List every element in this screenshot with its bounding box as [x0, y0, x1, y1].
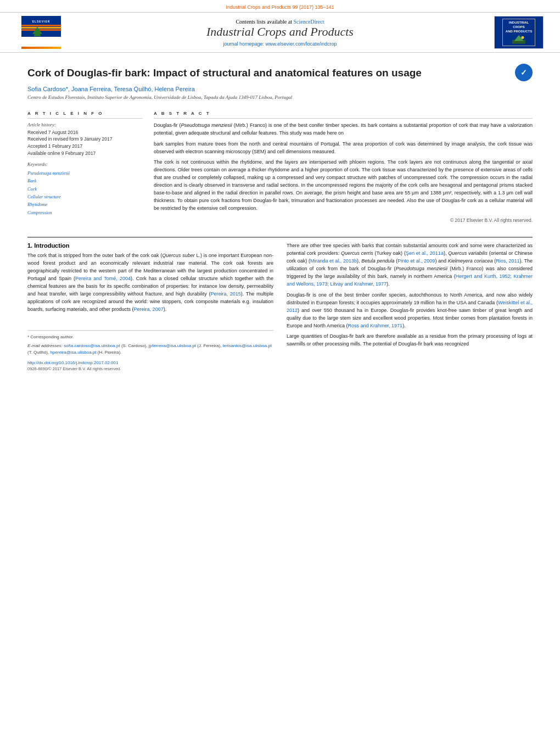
abstract-label: A B S T R A C T: [154, 111, 533, 119]
ref-weiskittel[interactable]: Weiskittel et al., 2012: [287, 300, 533, 313]
header-center: Contents lists available at ScienceDirec…: [66, 19, 494, 47]
elsevier-logo-svg: ELSEVIER: [21, 16, 61, 46]
header-banner: ELSEVIER Contents lists available at Sci…: [0, 12, 560, 53]
svg-rect-4: [21, 29, 61, 31]
logo-graphic: [511, 35, 527, 44]
keyword-6: Compression: [27, 209, 143, 216]
two-column-layout: A R T I C L E I N F O Article history: R…: [27, 111, 533, 224]
journal-logo-right: INDUSTRIAL CROPS AND PRODUCTS: [494, 16, 544, 49]
body-right-col: There are other tree species with barks …: [287, 242, 533, 371]
svg-text:✓: ✓: [520, 68, 527, 77]
abstract-text: Douglas-fir (Pseudotsuga menziesii (Mirb…: [154, 122, 533, 224]
elsevier-logo: ELSEVIER: [16, 16, 66, 49]
email-ferreira[interactable]: jpferreira@isa.ulisboa.pt: [149, 343, 196, 348]
intro-heading: 1. Introduction: [27, 242, 273, 249]
article-content: Cork of Douglas-fir bark: Impact of stru…: [0, 53, 560, 232]
abstract-para-3: The cork is not continuous within the rh…: [154, 159, 533, 213]
ref-ross-krahmer[interactable]: Ross and Krahmer, 1971: [348, 323, 403, 328]
right-para-2: Douglas-fir is one of the best timber co…: [287, 292, 533, 330]
crossmark-icon[interactable]: ✓: [515, 64, 533, 81]
ref-pereira-tome[interactable]: Pereira and Tomé, 2004: [75, 276, 131, 281]
abstract-col: A B S T R A C T Douglas-fir (Pseudotsuga…: [154, 111, 533, 224]
two-col-body: 1. Introduction The cork that is strippe…: [27, 242, 533, 371]
ref-rios-2011[interactable]: Rios, 2011: [496, 258, 519, 264]
article-info-col: A R T I C L E I N F O Article history: R…: [27, 111, 143, 224]
keyword-2: Bark: [27, 177, 143, 185]
doi-link[interactable]: http://dx.doi.org/10.1016/j.indcrop.2017…: [27, 360, 273, 365]
ref-pereira-2007[interactable]: Pereira, 2007: [134, 306, 164, 312]
journal-homepage: journal homepage: www.elsevier.com/locat…: [66, 41, 494, 47]
authors: Sofia Cardoso*, Joana Ferreira, Teresa Q…: [27, 86, 515, 92]
page-wrapper: Industrial Crops and Products 99 (2017) …: [0, 0, 560, 371]
journal-ref: Industrial Crops and Products 99 (2017) …: [0, 0, 560, 12]
keyword-4: Cellular structure: [27, 193, 143, 200]
svg-rect-3: [21, 27, 61, 29]
right-para-3: Large quantities of Douglas-fir bark are…: [287, 333, 533, 348]
email-quilho[interactable]: terisantos@isa.ulisboa.pt: [223, 343, 272, 348]
abstract-para-2: bark samples from mature trees from the …: [154, 141, 533, 156]
science-direct-label: Contents lists available at ScienceDirec…: [66, 19, 494, 25]
journal-title: Industrial Crops and Products: [66, 25, 494, 39]
svg-text:ELSEVIER: ELSEVIER: [32, 20, 51, 23]
body-left-col: 1. Introduction The cork that is strippe…: [27, 242, 273, 371]
svg-point-10: [521, 36, 524, 39]
available-online-date: Available online 9 February 2017: [27, 150, 143, 157]
body-content: 1. Introduction The cork that is strippe…: [0, 242, 560, 371]
journal-ref-text: Industrial Crops and Products 99 (2017) …: [226, 4, 334, 10]
ref-miranda-2013[interactable]: Miranda et al., 2013b: [310, 258, 357, 264]
ref-hergert[interactable]: Hergert and Kurth, 1952; Krahmer and Wel…: [287, 274, 533, 287]
keyword-5: Rhytidome: [27, 200, 143, 208]
email-pereira[interactable]: hpereira@isa.ulisboa.pt: [50, 350, 96, 355]
email-cardoso[interactable]: sofia.cardoso@isa.ulisboa.pt: [64, 343, 120, 348]
title-section: Cork of Douglas-fir bark: Impact of stru…: [27, 61, 515, 107]
corresponding-author-note: * Corresponding author.: [27, 334, 273, 341]
article-info-label: A R T I C L E I N F O: [27, 111, 143, 119]
affiliation: Centro de Estudos Florestais, Instituto …: [27, 94, 515, 100]
email-addresses: E-mail addresses: sofia.cardoso@isa.ulis…: [27, 343, 273, 356]
revised-date: Received in revised form 9 January 2017: [27, 136, 143, 143]
article-title: Cork of Douglas-fir bark: Impact of stru…: [27, 66, 515, 80]
footnote-section: * Corresponding author. E-mail addresses…: [27, 330, 273, 371]
title-crossmark-row: Cork of Douglas-fir bark: Impact of stru…: [27, 61, 533, 107]
accepted-date: Accepted 1 February 2017: [27, 143, 143, 150]
issn-line: 0926-6690/© 2017 Elsevier B.V. All right…: [27, 366, 273, 371]
copyright-line: © 2017 Elsevier B.V. All rights reserved…: [154, 217, 533, 224]
history-group: Article history: Received 7 August 2016 …: [27, 122, 143, 157]
intro-para-1: The cork that is stripped from the outer…: [27, 252, 273, 314]
received-date: Received 7 August 2016: [27, 129, 143, 136]
right-para-1: There are other tree species with barks …: [287, 242, 533, 288]
section-divider: [27, 237, 533, 238]
history-label: Article history:: [27, 122, 143, 127]
svg-rect-2: [21, 25, 61, 26]
keywords-label: Keywords:: [27, 161, 143, 167]
crossmark-svg: ✓: [516, 65, 531, 80]
ref-pinto-2009[interactable]: Pinto et al., 2009: [397, 258, 435, 264]
ref-sen-2011[interactable]: Şen et al., 2011a: [406, 250, 444, 256]
keyword-1: Pseudotsuga menziesii: [27, 169, 143, 177]
homepage-link[interactable]: www.elsevier.com/locate/indcrop: [266, 41, 337, 47]
science-direct-link[interactable]: ScienceDirect: [293, 19, 324, 25]
keyword-3: Cork: [27, 185, 143, 193]
keywords-section: Keywords: Pseudotsuga menziesii Bark Cor…: [27, 161, 143, 217]
ref-pereira-2015[interactable]: Pereira, 2015: [210, 291, 240, 297]
abstract-para-1: Douglas-fir (Pseudotsuga menziesii (Mirb…: [154, 122, 533, 137]
